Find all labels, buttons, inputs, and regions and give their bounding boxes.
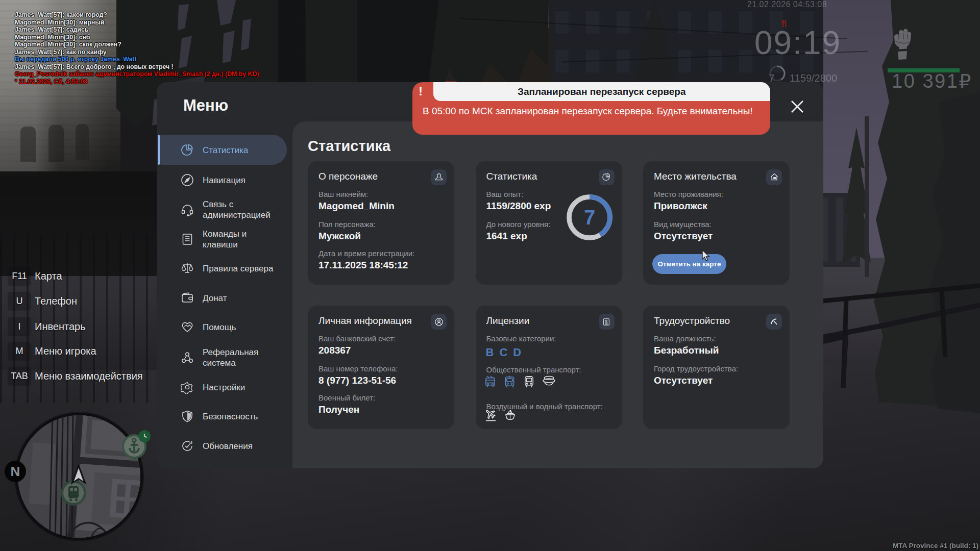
svg-text:7: 7 (583, 206, 595, 229)
